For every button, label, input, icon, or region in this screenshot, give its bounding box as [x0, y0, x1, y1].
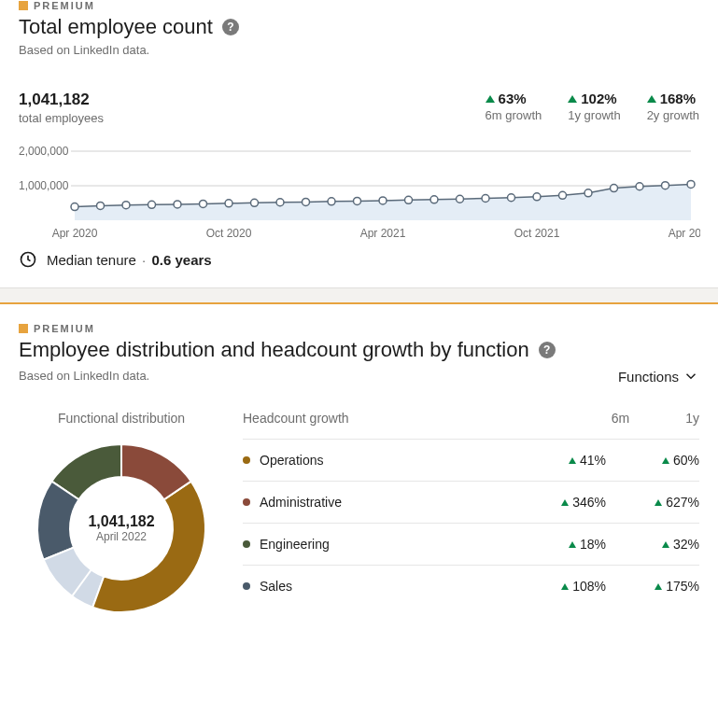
legend-dot: [243, 582, 250, 590]
svg-point-6: [122, 202, 130, 209]
function-name: Operations: [260, 453, 323, 468]
premium-label: PREMIUM: [34, 0, 95, 11]
tenure-label: Median tenure: [47, 252, 136, 268]
svg-text:Apr 2022: Apr 2022: [669, 227, 700, 239]
function-name: Engineering: [260, 537, 330, 552]
premium-badge: PREMIUM: [19, 323, 699, 334]
total-employees-stat: 1,041,182 total employees: [19, 91, 104, 125]
svg-text:1,000,000: 1,000,000: [19, 179, 69, 192]
growth-label: 2y growth: [647, 108, 699, 122]
svg-point-27: [662, 182, 669, 189]
growth-stat: 63% 6m growth: [486, 91, 542, 122]
stats-row: 1,041,182 total employees 63% 6m growth …: [19, 91, 699, 125]
title-text: Employee distribution and headcount grow…: [19, 338, 529, 362]
svg-point-16: [379, 197, 387, 204]
section-divider: [0, 287, 718, 304]
up-arrow-icon: [569, 457, 576, 464]
growth-stat: 102% 1y growth: [568, 91, 620, 122]
up-arrow-icon: [647, 95, 656, 103]
panel-title: Employee distribution and headcount grow…: [19, 338, 699, 362]
employee-line-chart: 2,000,0001,000,000Apr 2020Oct 2020Apr 20…: [19, 146, 699, 239]
up-arrow-icon: [662, 457, 669, 464]
function-name: Sales: [260, 579, 292, 594]
svg-point-18: [430, 196, 438, 203]
svg-point-15: [354, 197, 361, 204]
svg-text:Apr 2021: Apr 2021: [360, 227, 406, 239]
premium-icon: [19, 1, 28, 10]
table-title: Headcount growth: [243, 411, 349, 426]
title-text: Total employee count: [19, 15, 213, 39]
svg-point-24: [584, 189, 592, 197]
col-6m: 6m: [612, 411, 629, 426]
legend-dot: [243, 540, 250, 548]
svg-point-13: [303, 198, 310, 205]
growth-6m: 346%: [572, 495, 606, 510]
bullet-separator: ·: [142, 252, 146, 268]
chevron-down-icon: [683, 368, 699, 385]
donut-column: Functional distribution 1,041,182 April …: [19, 411, 224, 622]
svg-point-23: [559, 191, 567, 199]
up-arrow-icon: [561, 499, 569, 506]
svg-point-25: [611, 185, 618, 192]
svg-point-22: [533, 193, 541, 201]
table-row: Sales 108% 175%: [243, 565, 699, 607]
svg-point-19: [457, 195, 464, 203]
growth-1y: 627%: [666, 495, 699, 510]
growth-value: 168%: [660, 91, 696, 106]
growth-1y: 32%: [673, 537, 699, 552]
distribution-panel: PREMIUM Employee distribution and headco…: [0, 304, 718, 640]
up-arrow-icon: [655, 583, 662, 590]
premium-badge: PREMIUM: [19, 0, 699, 11]
growth-label: 6m growth: [486, 108, 542, 122]
distribution-content: Functional distribution 1,041,182 April …: [19, 411, 699, 622]
up-arrow-icon: [655, 499, 662, 506]
table-row: Operations 41% 60%: [243, 439, 699, 481]
up-arrow-icon: [561, 583, 569, 590]
svg-text:2,000,000: 2,000,000: [19, 146, 69, 158]
svg-text:Apr 2020: Apr 2020: [52, 227, 98, 239]
functions-dropdown[interactable]: Functions: [618, 368, 699, 385]
up-arrow-icon: [486, 95, 495, 103]
tenure-value: 0.6 years: [151, 252, 211, 268]
help-icon[interactable]: ?: [539, 342, 556, 358]
function-name: Administrative: [260, 495, 342, 510]
svg-point-11: [251, 199, 259, 206]
help-icon[interactable]: ?: [222, 19, 239, 35]
total-label: total employees: [19, 111, 104, 125]
legend-dot: [243, 498, 250, 506]
total-value: 1,041,182: [19, 91, 104, 109]
growth-1y: 60%: [673, 453, 699, 468]
svg-point-17: [405, 196, 413, 203]
legend-dot: [243, 456, 250, 464]
svg-point-28: [687, 180, 695, 188]
line-chart-svg: 2,000,0001,000,000Apr 2020Oct 2020Apr 20…: [19, 146, 700, 239]
donut-center-date: April 2022: [88, 530, 154, 543]
subtitle: Based on LinkedIn data.: [19, 369, 149, 383]
donut-title: Functional distribution: [19, 411, 224, 426]
svg-point-26: [636, 183, 643, 190]
col-1y: 1y: [685, 411, 699, 426]
subtitle: Based on LinkedIn data.: [19, 43, 699, 57]
up-arrow-icon: [662, 541, 669, 548]
svg-point-10: [225, 200, 232, 207]
functions-label: Functions: [618, 369, 679, 385]
svg-point-8: [174, 201, 181, 208]
donut-center: 1,041,182 April 2022: [88, 513, 154, 543]
svg-point-12: [276, 199, 284, 206]
growth-6m: 18%: [580, 537, 606, 552]
growth-6m: 108%: [572, 579, 606, 594]
donut-center-value: 1,041,182: [88, 513, 154, 530]
growth-stat: 168% 2y growth: [647, 91, 699, 122]
median-tenure-row: Median tenure · 0.6 years: [19, 250, 699, 269]
growth-value: 102%: [581, 91, 616, 106]
growth-table: Headcount growth 6m 1y Operations 41% 60…: [243, 411, 699, 607]
growth-label: 1y growth: [568, 108, 620, 122]
table-header: Headcount growth 6m 1y: [243, 411, 699, 439]
growth-6m: 41%: [580, 453, 606, 468]
panel-title: Total employee count ?: [19, 15, 699, 39]
premium-label: PREMIUM: [34, 323, 95, 334]
table-row: Administrative 346% 627%: [243, 481, 699, 523]
growth-1y: 175%: [666, 579, 699, 594]
svg-point-9: [200, 200, 207, 207]
total-employee-panel: PREMIUM Total employee count ? Based on …: [0, 0, 718, 287]
